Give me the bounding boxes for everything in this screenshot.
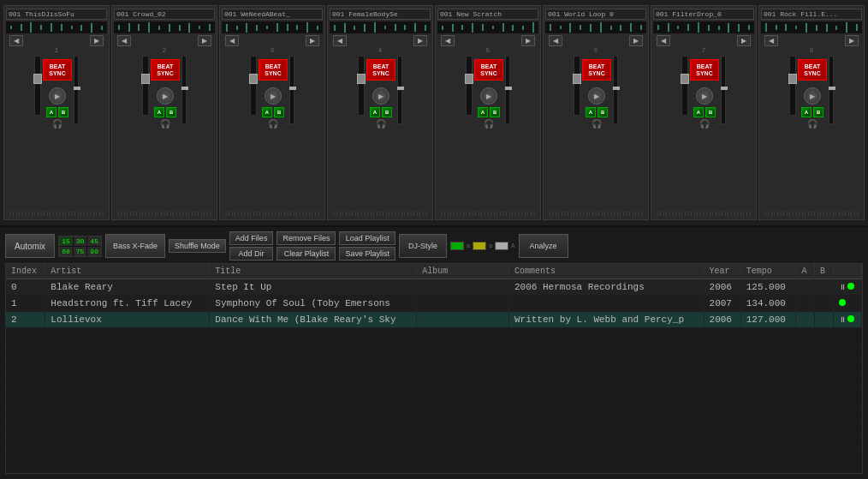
automix-button[interactable]: Automix [5, 234, 55, 258]
indicator-a2 [473, 242, 486, 250]
deck-7-next[interactable]: ▶ [737, 35, 751, 46]
deck-3-title: 001 WeNeedABeat_ [222, 9, 323, 20]
deck-6-next[interactable]: ▶ [629, 35, 643, 46]
deck-7-beat-sync[interactable]: BEATSYNC [690, 59, 719, 81]
deck-1-fader[interactable] [34, 56, 41, 116]
remove-files-button[interactable]: Remove Files [276, 231, 336, 245]
deck-6-play[interactable]: ▶ [588, 87, 605, 105]
deck-8-b[interactable]: B [813, 107, 823, 117]
deck-3-next[interactable]: ▶ [306, 35, 319, 46]
deck-1-next[interactable]: ▶ [90, 35, 104, 46]
bpm-cell-45[interactable]: 45 [87, 237, 101, 246]
deck-5-a[interactable]: A [478, 107, 488, 117]
dj-style-button[interactable]: DJ-Style [399, 234, 447, 258]
deck-8-next[interactable]: ▶ [845, 35, 859, 46]
deck-1-prev[interactable]: ◀ [9, 35, 23, 46]
load-playlist-button[interactable]: Load Playlist [339, 231, 395, 245]
bpm-cell-15[interactable]: 15 [59, 237, 73, 246]
deck-3-a[interactable]: A [262, 107, 272, 117]
cell-tempo-1: 134.000 [740, 296, 796, 312]
deck-2-pitch[interactable] [181, 56, 187, 124]
deck-6-beat-sync[interactable]: BEATSYNC [582, 59, 611, 81]
col-index: Index [6, 264, 45, 279]
deck-3-play[interactable]: ▶ [265, 87, 282, 105]
deck-8-fader[interactable] [789, 56, 796, 116]
deck-6-pitch[interactable] [613, 56, 618, 124]
cell-year-2: 2006 [704, 312, 740, 328]
deck-7-play[interactable]: ▶ [696, 87, 713, 105]
deck-5-pitch[interactable] [505, 56, 510, 124]
deck-5-next[interactable]: ▶ [521, 35, 535, 46]
deck-1-play[interactable]: ▶ [49, 87, 66, 105]
deck-8-play[interactable]: ▶ [804, 87, 821, 105]
bpm-cell-90[interactable]: 90 [87, 247, 101, 256]
add-files-button[interactable]: Add Files [229, 231, 274, 245]
col-title: Title [210, 264, 417, 279]
clear-playlist-button[interactable]: Clear Playlist [276, 247, 336, 260]
deck-3-beat-sync[interactable]: BEATSYNC [259, 59, 288, 81]
deck-8-beat-sync[interactable]: BEATSYNC [798, 59, 827, 81]
deck-3-fader[interactable] [250, 56, 257, 116]
bpm-cell-75[interactable]: 75 [74, 247, 87, 256]
add-dir-button[interactable]: Add Dir [229, 247, 274, 260]
cell-tempo-2: 127.000 [740, 312, 796, 328]
deck-4-a[interactable]: A [370, 107, 380, 117]
deck-4-fader[interactable] [358, 56, 365, 116]
deck-7-a[interactable]: A [693, 107, 704, 117]
save-playlist-button[interactable]: Save Playlist [339, 247, 395, 260]
deck-7-number: 7 [653, 46, 754, 54]
deck-7-pitch[interactable] [721, 56, 726, 124]
deck-8-a[interactable]: A [801, 107, 812, 117]
table-row[interactable]: 2 Lollievox Dance With Me (Blake Reary's… [6, 312, 862, 328]
table-header: Index Artist Title Album Comments Year T… [6, 264, 862, 279]
deck-4-beat-sync[interactable]: BEATSYNC [366, 59, 395, 81]
deck-6-prev[interactable]: ◀ [549, 35, 562, 46]
shuffle-mode-button[interactable]: Shuffle Mode [169, 239, 226, 253]
deck-7-fader[interactable] [681, 56, 688, 116]
deck-6-fader[interactable] [574, 56, 580, 116]
deck-7-prev[interactable]: ◀ [657, 35, 670, 46]
deck-4-pitch[interactable] [397, 56, 402, 124]
deck-1-beat-sync[interactable]: BEATSYNC [43, 59, 72, 81]
deck-5-fader[interactable] [466, 56, 473, 116]
deck-1-a[interactable]: A [46, 107, 56, 117]
deck-4-b[interactable]: B [382, 107, 392, 117]
table-row[interactable]: 1 Headstrong ft. Tiff Lacey Symphony Of … [6, 296, 862, 312]
deck-5-beat-sync[interactable]: BEATSYNC [474, 59, 503, 81]
deck-5-prev[interactable]: ◀ [441, 35, 455, 46]
bpm-cell-60[interactable]: 60 [59, 247, 73, 256]
cell-artist-0: Blake Reary [45, 279, 210, 296]
deck-1-pitch[interactable] [74, 56, 79, 124]
deck-5-b[interactable]: B [490, 107, 500, 117]
deck-2-play[interactable]: ▶ [157, 87, 174, 105]
deck-8-headphone-icon: 🎧 [807, 119, 817, 129]
table-row-empty [6, 421, 862, 436]
deck-2-a[interactable]: A [154, 107, 164, 117]
deck-7-nav: ◀ ▶ [653, 35, 754, 46]
table-row[interactable]: 0 Blake Reary Step It Up 2006 Hermosa Re… [6, 279, 862, 296]
deck-8-prev[interactable]: ◀ [764, 35, 778, 46]
deck-2-prev[interactable]: ◀ [117, 35, 131, 46]
deck-4-play[interactable]: ▶ [372, 87, 389, 105]
deck-3-prev[interactable]: ◀ [225, 35, 239, 46]
deck-2-next[interactable]: ▶ [198, 35, 211, 46]
deck-4-nav: ◀ ▶ [330, 35, 431, 46]
bpm-cell-30[interactable]: 30 [74, 237, 87, 246]
bass-xfade-button[interactable]: Bass X-Fade [105, 234, 165, 258]
deck-6-a[interactable]: A [586, 107, 596, 117]
deck-3-pitch[interactable] [289, 56, 294, 124]
deck-6-b[interactable]: B [597, 107, 608, 117]
deck-8-pitch[interactable] [829, 56, 834, 124]
deck-7-b[interactable]: B [705, 107, 716, 117]
deck-4-next[interactable]: ▶ [413, 35, 427, 46]
deck-3-b[interactable]: B [274, 107, 284, 117]
deck-2-beat-sync[interactable]: BEATSYNC [151, 59, 180, 81]
table-row-empty [6, 374, 862, 390]
deck-1-b[interactable]: B [58, 107, 68, 117]
analyze-button[interactable]: Analyze [519, 234, 568, 258]
deck-5-play[interactable]: ▶ [480, 87, 497, 105]
deck-2-b[interactable]: B [166, 107, 176, 117]
deck-2-fader[interactable] [142, 56, 149, 116]
cell-album-0 [417, 279, 509, 296]
deck-4-prev[interactable]: ◀ [333, 35, 347, 46]
